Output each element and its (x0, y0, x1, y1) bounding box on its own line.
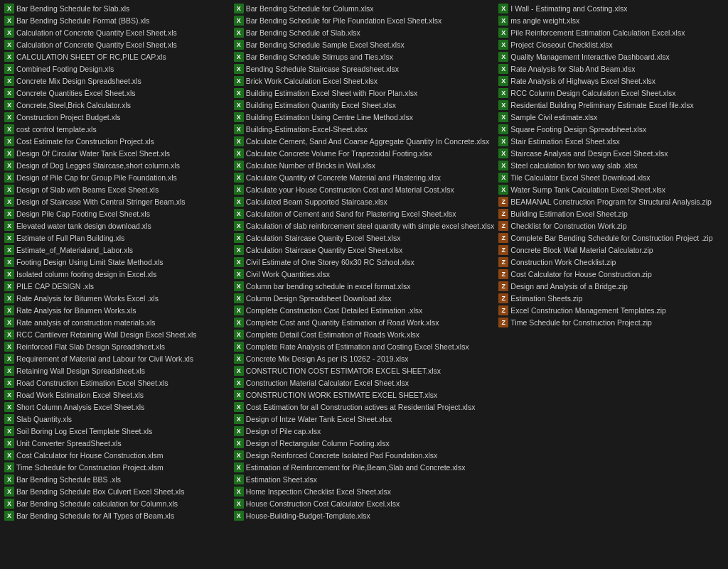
file-item[interactable]: XBar Bending Schedule Sample Excel Sheet… (232, 39, 496, 50)
file-item[interactable]: XCalculation Staircase Quanity Excel She… (232, 232, 496, 244)
file-item[interactable]: XDesign Of Circular Water Tank Excel She… (3, 148, 231, 159)
file-item[interactable]: XRetaining Wall Design Spreadsheet.xls (3, 365, 231, 376)
file-item[interactable]: XReinforced Flat Slab Design Spreadsheet… (3, 341, 231, 352)
file-item[interactable]: XRCC Cantilever Retaining Wall Design Ex… (3, 329, 231, 340)
file-item[interactable]: XBar Bending Schedule calculation for Co… (3, 498, 231, 509)
file-item[interactable]: XSample Civil estimate.xlsx (497, 112, 725, 123)
file-item[interactable]: XRequirement of Material and Labour for … (3, 353, 231, 364)
file-item[interactable]: XResidential Building Preliminary Estima… (497, 99, 725, 111)
file-item[interactable]: XDesign Reinforced Concrete Isolated Pad… (232, 450, 496, 461)
file-item[interactable]: ZEstimation Sheets.zip (497, 293, 725, 304)
file-item[interactable]: XConcrete Quantities Excel Sheet.xls (3, 87, 231, 99)
file-item[interactable]: XHouse Construction Cost Calculator Exce… (232, 498, 496, 509)
file-item[interactable]: XCalculation Staircase Quantity Excel Sh… (232, 244, 496, 256)
file-item[interactable]: Xms angle weight.xlsx (497, 15, 725, 26)
file-item[interactable]: XRate analysis of construction materials… (3, 317, 231, 328)
file-item[interactable]: XDesign of Pile Cap for Group Pile Found… (3, 172, 231, 183)
file-item[interactable]: XCost Calculator for House Construction.… (3, 450, 231, 461)
file-item[interactable]: XCalculation of slab reinforcement steel… (232, 220, 496, 232)
file-item[interactable]: XWater Sump Tank Calculation Excel Sheet… (497, 184, 725, 195)
file-item[interactable]: XElevated water tank design download.xls (3, 220, 231, 232)
file-item[interactable]: XRate Analysis of Highways Excel Sheet.x… (497, 75, 725, 87)
file-item[interactable]: XPile Reinforcement Estimation Calculati… (497, 27, 725, 38)
file-item[interactable]: ZDesign and Analysis of a Bridge.zip (497, 281, 725, 292)
file-item[interactable]: XShort Column Analysis Excel Sheet.xls (3, 401, 231, 413)
file-item[interactable]: XDesign of Staircase With Central String… (3, 196, 231, 207)
file-item[interactable]: XBar Bending Schedule for Pile Foundatio… (232, 15, 496, 26)
file-item[interactable]: XStair Estimation Excel Sheet.xlsx (497, 136, 725, 147)
file-item[interactable]: XCivil Estimate of One Storey 60x30 RC S… (232, 256, 496, 268)
file-item[interactable]: XSteel calculation for two way slab .xls… (497, 160, 725, 171)
file-item[interactable]: XSquare Footing Design Spreadsheet.xlsx (497, 124, 725, 135)
file-item[interactable]: XRate Analysis for Bitumen Works.xls (3, 305, 231, 316)
file-item[interactable]: ZBEAMANAL Construction Program for Struc… (497, 196, 725, 207)
file-item[interactable]: XConstruction Project Budget.xls (3, 112, 231, 123)
file-item[interactable]: XCALCULATION SHEET OF RC,PILE CAP.xls (3, 51, 231, 63)
file-item[interactable]: XCONSTRUCTION COST ESTIMATOR EXCEL SHEET… (232, 365, 496, 376)
file-item[interactable]: XConstruction Material Calculator Excel … (232, 377, 496, 389)
file-item[interactable]: XColumn Design Spreadsheet Download.xlsx (232, 293, 496, 304)
file-item[interactable]: XProject Closeout Checklist.xlsx (497, 39, 725, 50)
file-item[interactable]: XComplete Rate Analysis of Estimation an… (232, 341, 496, 352)
file-item[interactable]: XEstimation of Reinforcement for Pile,Be… (232, 462, 496, 473)
file-item[interactable]: XBuilding-Estimation-Excel-Sheet.xlsx (232, 124, 496, 135)
file-item[interactable]: XCONSTRUCTION WORK ESTIMATE EXCEL SHEET.… (232, 389, 496, 401)
file-item[interactable]: XRoad Construction Estimation Excel Shee… (3, 377, 231, 389)
file-item[interactable]: XDesign of Rectangular Column Footing.xl… (232, 438, 496, 449)
file-item[interactable]: ZCost Calculator for House Construction.… (497, 269, 725, 280)
file-item[interactable]: ZComplete Bar Bending Schedule for Const… (497, 232, 725, 244)
file-item[interactable]: XSoil Boring Log Excel Template Sheet.xl… (3, 426, 231, 437)
file-item[interactable]: XTile Calculator Excel Sheet Download.xl… (497, 172, 725, 183)
file-item[interactable]: XBar Bending Schedule BBS .xls (3, 474, 231, 485)
file-item[interactable]: XCalculation of Cement and Sand for Plas… (232, 208, 496, 220)
file-item[interactable]: XHouse-Building-Budget-Template.xlsx (232, 510, 496, 521)
file-item[interactable]: XCalculation of Concrete Quantity Excel … (3, 27, 231, 38)
file-item[interactable]: XBar Bending Schedule Box Culvert Excel … (3, 486, 231, 497)
file-item[interactable]: ZBuilding Estimation Excel Sheet.zip (497, 208, 725, 220)
file-item[interactable]: XColumn bar bending schedule in excel fo… (232, 281, 496, 292)
file-item[interactable]: XQuality Management Interactive Dashboar… (497, 51, 725, 63)
file-item[interactable]: XBending Schedule Staircase Spreadsheet.… (232, 63, 496, 75)
file-item[interactable]: XFooting Design Using Limit State Method… (3, 256, 231, 268)
file-item[interactable]: XEstimation Sheet.xlsx (232, 474, 496, 485)
file-item[interactable]: XCalculate Quantity of Concrete Material… (232, 172, 496, 183)
file-item[interactable]: XEstimate of Full Plan Building.xls (3, 232, 231, 244)
file-item[interactable]: XRate Analysis for Slab And Beam.xlsx (497, 63, 725, 75)
file-item[interactable]: XRoad Work Estimation Excel Sheet.xls (3, 389, 231, 401)
file-item[interactable]: XBar Bending Schedule for All Types of B… (3, 510, 231, 521)
file-item[interactable]: ZExcel Construction Management Templates… (497, 305, 725, 316)
file-item[interactable]: Xcost control template.xls (3, 124, 231, 135)
file-item[interactable]: XConcrete,Steel,Brick Calculator.xls (3, 99, 231, 111)
file-item[interactable]: XI Wall - Estimating and Costing.xlsx (497, 3, 725, 14)
file-item[interactable]: XCalculate your House Construction Cost … (232, 184, 496, 195)
file-item[interactable]: XBar Bending Schedule for Slab.xls (3, 3, 231, 14)
file-item[interactable]: XComplete Construction Cost Detailed Est… (232, 305, 496, 316)
file-item[interactable]: XDesign of Dog Legged Staircase,short co… (3, 160, 231, 171)
file-item[interactable]: XCalculate Cement, Sand And Coarse Aggre… (232, 136, 496, 147)
file-item[interactable]: XCost Estimate for Construction Project.… (3, 136, 231, 147)
file-item[interactable]: XRCC Column Design Calculation Excel She… (497, 87, 725, 99)
file-item[interactable]: XStaircase Analysis and Design Excel She… (497, 148, 725, 159)
file-item[interactable]: XUnit Converter SpreadSheet.xls (3, 438, 231, 449)
file-item[interactable]: XCalculate Number of Bricks in Wall.xlsx (232, 160, 496, 171)
file-item[interactable]: XTime Schedule for Construction Project.… (3, 462, 231, 473)
file-item[interactable]: XCalculated Beam Supported Staircase.xls… (232, 196, 496, 207)
file-item[interactable]: XDesign of Intze Water Tank Excel Sheet.… (232, 413, 496, 425)
file-item[interactable]: XSlab Quantity.xls (3, 413, 231, 425)
file-item[interactable]: XBrick Work Calculation Excel Sheet.xlsx (232, 75, 496, 87)
file-item[interactable]: XHome Inspection Checklist Excel Sheet.x… (232, 486, 496, 497)
file-item[interactable]: XDesign of Slab with Beams Excel Sheet.x… (3, 184, 231, 195)
file-item[interactable]: XBuilding Estimation Quantity Excel Shee… (232, 99, 496, 111)
file-item[interactable]: XBar Bending Schedule of Slab.xlsx (232, 27, 496, 38)
file-item[interactable]: XEstimate_of_Materialand_Labor.xls (3, 244, 231, 256)
file-item[interactable]: XBuilding Estimation Using Centre Line M… (232, 112, 496, 123)
file-item[interactable]: XDesign of Pile cap.xlsx (232, 426, 496, 437)
file-item[interactable]: ZChecklist for Construction Work.zip (497, 220, 725, 232)
file-item[interactable]: XConcrete Mix Design Spreadsheet.xls (3, 75, 231, 87)
file-item[interactable]: XCombined Footing Design.xls (3, 63, 231, 75)
file-item[interactable]: XComplete Cost and Quantity Estimation o… (232, 317, 496, 328)
file-item[interactable]: XBuilding Estimation Excel Sheet with Fl… (232, 87, 496, 99)
file-item[interactable]: XPILE CAP DESIGN .xls (3, 281, 231, 292)
file-item[interactable]: XCost Estimation for all Construction ac… (232, 401, 496, 413)
file-item[interactable]: XCivil Work Quantities.xlsx (232, 269, 496, 280)
